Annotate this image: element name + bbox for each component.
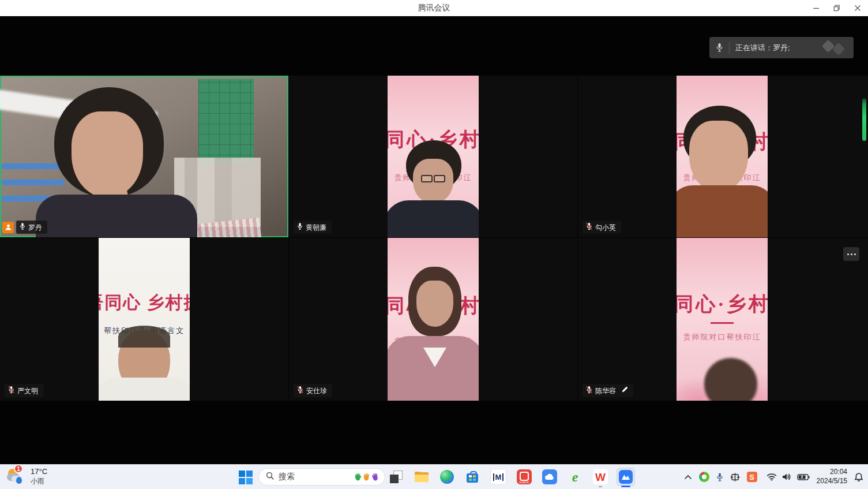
tray-360-safe-icon[interactable] — [699, 472, 709, 482]
person-body — [36, 195, 197, 237]
gouxiaoying-video: 同心·乡村 贵师院对口帮扶印江 — [677, 76, 768, 237]
video-tile-yanwenming[interactable]: 语同心 乡村振 帮扶印江县 用语言文 严文明 — [0, 238, 288, 401]
weather-condition: 小雨 — [31, 477, 47, 486]
edge-browser-button[interactable] — [439, 469, 454, 484]
video-tile-luodan[interactable]: 罗丹 — [0, 76, 288, 237]
microphone-icon — [709, 43, 729, 53]
tray-sogou-input-icon[interactable]: S — [747, 472, 757, 482]
name-tag: 勾小英 — [583, 221, 621, 234]
window-controls — [806, 0, 868, 16]
hands-decoration-icon — [824, 42, 849, 54]
person-face — [413, 159, 453, 204]
tray-wifi-icon[interactable] — [766, 473, 777, 481]
participant-name: 陈华容 — [595, 387, 616, 395]
mic-muted-icon — [297, 386, 303, 395]
scrollbar-thumb[interactable] — [862, 98, 866, 141]
mic-muted-icon — [586, 222, 592, 232]
video-tile-chenhuarong[interactable]: 同心·乡村 贵师院对口帮扶印江 陈华容 — [578, 238, 868, 401]
name-tag: 黄朝廉 — [294, 221, 332, 234]
person-glasses — [421, 175, 446, 181]
file-explorer-button[interactable] — [414, 469, 429, 484]
participant-name: 黄朝廉 — [306, 223, 326, 232]
close-button[interactable] — [847, 0, 868, 16]
search-placeholder: 搜索 — [279, 472, 350, 482]
mic-muted-icon — [8, 386, 14, 395]
name-tag: 陈华容 — [583, 384, 633, 397]
mic-muted-icon — [586, 386, 592, 395]
banner-divider — [729, 42, 730, 54]
name-tag: 罗丹 — [2, 221, 47, 234]
participant-name: 安仕珍 — [306, 387, 327, 395]
system-tray: S 20:04 2024/5/15 — [684, 465, 863, 489]
wps-office-button[interactable]: W — [593, 469, 608, 484]
participant-name: 勾小英 — [595, 223, 616, 232]
participant-name: 罗丹 — [28, 223, 42, 232]
person-face — [689, 121, 748, 192]
tray-clock[interactable]: 20:04 2024/5/15 — [817, 468, 847, 486]
active-indicator — [621, 486, 630, 487]
taskbar: 1 17°C 小雨 搜索 — [0, 464, 868, 489]
m-app-button[interactable]: M — [490, 469, 506, 485]
meeting-stage: 正在讲话： 罗丹; — [0, 16, 868, 465]
more-options-button[interactable] — [843, 247, 859, 261]
participant-name: 严文明 — [17, 387, 38, 395]
huawei-glyph: HUAWEI — [519, 481, 529, 484]
huawei-cloud-button[interactable] — [542, 469, 557, 484]
tray-speaker-icon[interactable] — [781, 473, 791, 481]
speaking-banner: 正在讲话： 罗丹; — [709, 37, 854, 58]
close-icon — [854, 5, 861, 12]
search-input[interactable]: 搜索 — [258, 468, 385, 486]
tray-input-method-icon[interactable] — [730, 473, 740, 481]
speaking-label: 正在讲话： — [735, 43, 773, 53]
ie-glyph: e — [572, 470, 578, 484]
tray-microphone-icon[interactable] — [716, 472, 723, 482]
person-body — [388, 336, 479, 401]
microsoft-store-button[interactable] — [465, 469, 480, 484]
task-view-button[interactable] — [389, 469, 404, 484]
luodan-video — [0, 76, 288, 237]
sogou-glyph: S — [749, 473, 754, 481]
poster-title: 语同心 乡村振 — [99, 291, 190, 315]
minimize-button[interactable] — [806, 0, 826, 16]
wps-glyph: W — [595, 472, 606, 483]
tencent-meeting-button[interactable] — [618, 469, 633, 484]
tray-chevron-up-icon[interactable] — [684, 475, 692, 480]
windows-logo-icon — [239, 471, 245, 477]
tencent-meeting-window: 腾讯会议 正在讲话： 罗丹; — [0, 0, 868, 489]
weather-widget[interactable]: 1 17°C 小雨 — [7, 466, 47, 486]
tray-notifications-bell-icon[interactable] — [854, 472, 863, 482]
window-title: 腾讯会议 — [418, 3, 450, 13]
clock-date: 2024/5/15 — [817, 477, 847, 486]
green-board — [198, 79, 254, 166]
cloud-icon — [544, 473, 555, 481]
speaking-name: 罗丹; — [773, 43, 790, 53]
notification-badge: 1 — [14, 464, 23, 473]
ie-green-browser-button[interactable]: e — [568, 469, 583, 484]
weather-temp: 17°C — [31, 467, 47, 476]
clock-time: 20:04 — [817, 468, 847, 477]
anshizhen-video: 同心·乡村 贵师院对口帮扶印江 — [388, 238, 479, 401]
running-indicator — [599, 486, 602, 487]
video-tile-gouxiaoying[interactable]: 同心·乡村 贵师院对口帮扶印江 勾小英 — [578, 76, 868, 237]
huawei-appgallery-button[interactable]: HUAWEI — [517, 469, 532, 484]
video-tile-huangchaolian[interactable]: 同心·乡村 贵师院对口帮扶印江 黄朝廉 — [289, 76, 577, 237]
search-icon — [266, 472, 274, 482]
host-badge-icon — [2, 222, 14, 233]
annotating-pencil-icon — [621, 386, 628, 395]
tray-battery-icon[interactable] — [797, 473, 810, 480]
taskbar-app-icons: M HUAWEI e W — [389, 469, 633, 485]
mic-on-icon — [297, 222, 303, 232]
name-tag: 安仕珍 — [294, 384, 332, 397]
person-hair — [118, 326, 170, 348]
person-body — [388, 200, 479, 237]
m-app-glyph: M — [493, 473, 504, 481]
poster-title: 同心·乡村 — [677, 291, 768, 318]
yanwenming-video: 语同心 乡村振 帮扶印江县 用语言文 — [99, 238, 190, 401]
name-tag: 严文明 — [5, 384, 43, 397]
chenhuarong-video: 同心·乡村 贵师院对口帮扶印江 — [677, 238, 768, 401]
video-tile-anshizhen[interactable]: 同心·乡村 贵师院对口帮扶印江 安仕珍 — [289, 238, 577, 401]
restore-button[interactable] — [826, 0, 847, 16]
huangchaolian-video: 同心·乡村 贵师院对口帮扶印江 — [388, 76, 479, 237]
person-body — [677, 185, 768, 237]
start-button[interactable] — [239, 470, 254, 484]
